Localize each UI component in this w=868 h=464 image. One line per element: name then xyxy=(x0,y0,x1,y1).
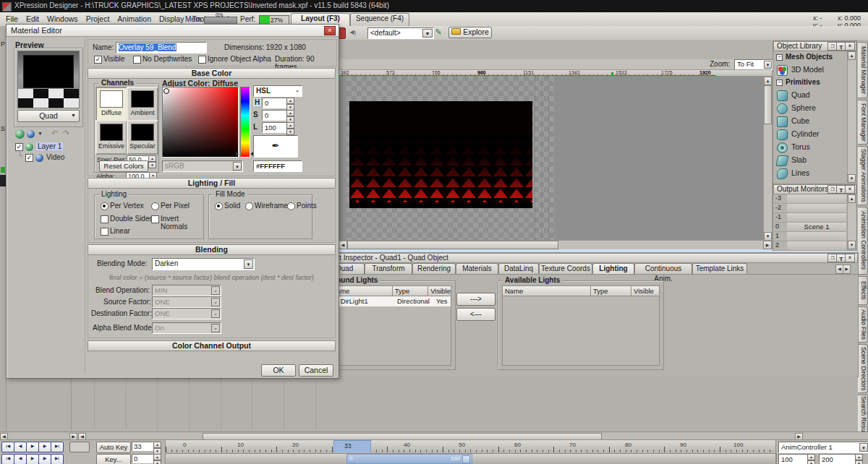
anim-controller-dropdown[interactable]: AnimController 1 ▼ xyxy=(778,442,868,453)
chevron-down-icon[interactable]: ▼ xyxy=(859,443,868,452)
object-inspector-titlebar[interactable]: Object Inspector - Quad1 - Quad Object ❒… xyxy=(317,253,858,263)
tab-font-manager[interactable]: Font Manager xyxy=(858,100,868,145)
key-spinner-buttons[interactable]: ▴▾ xyxy=(153,454,161,464)
color-model-dropdown[interactable]: HSL ⌄ xyxy=(253,85,302,97)
key-button[interactable]: Key... xyxy=(96,454,131,464)
menu-display[interactable]: Display xyxy=(159,14,184,23)
hex-input[interactable]: #FFFFFF xyxy=(253,160,302,172)
tab-sequence[interactable]: Sequence (F4) xyxy=(350,13,409,26)
loop-in-spinner-buttons[interactable]: ▴▾ xyxy=(807,454,815,464)
spinner-up-icon[interactable]: ▴ xyxy=(807,454,815,460)
go-end-button[interactable]: ▶| xyxy=(51,454,64,464)
h-spinner[interactable]: 0 xyxy=(262,98,288,108)
loop-in-spinner[interactable]: 100 xyxy=(778,454,809,464)
step-forward-button[interactable]: ▶ xyxy=(38,442,51,452)
blending-mode-dropdown[interactable]: Darken ▼ xyxy=(152,258,255,270)
layer-row[interactable]: └ ✓ Video xyxy=(14,152,82,163)
eyedropper-icon[interactable]: ✒ xyxy=(272,140,280,151)
chevron-down-icon[interactable]: ▼ xyxy=(244,259,253,269)
spinner-down-icon[interactable]: ▾ xyxy=(153,460,161,464)
go-start-button[interactable]: |◀ xyxy=(1,442,14,452)
output-monitors-titlebar[interactable]: Output Monitors ❒ ┰ × xyxy=(773,184,856,194)
left-collapsed-tab-s[interactable]: S xyxy=(1,125,5,132)
alpha-blend-mode-dropdown[interactable]: On ▾ xyxy=(152,322,221,334)
hue-strip[interactable] xyxy=(240,87,250,158)
menu-edit[interactable]: Edit xyxy=(26,14,39,23)
step-back-button[interactable]: ◀ xyxy=(14,454,27,464)
chevron-down-icon[interactable]: ⌄ xyxy=(295,86,299,94)
spinner-up-icon[interactable]: ▴ xyxy=(148,155,156,162)
library-scrollbar[interactable]: ▲ ▼ xyxy=(847,51,856,183)
close-icon[interactable]: × xyxy=(845,42,855,51)
viewport-canvas[interactable] xyxy=(338,76,763,240)
reset-colors-button[interactable]: Reset Colors xyxy=(99,160,148,172)
spinner-up-icon[interactable]: ▴ xyxy=(153,454,161,460)
monitors-scrollbar[interactable]: ▲ ▼ xyxy=(847,194,856,249)
auto-key-button[interactable]: Auto Key xyxy=(96,442,131,453)
timeline-range-track[interactable]: 0 100 xyxy=(165,453,777,464)
menu-file[interactable]: File xyxy=(6,14,18,23)
scroll-up-icon[interactable]: ▲ xyxy=(764,77,772,85)
spec-pwr-spin-buttons[interactable]: ▴▾ xyxy=(148,155,156,168)
library-group-primitives[interactable]: − Primitives xyxy=(774,77,846,89)
loop-button[interactable] xyxy=(69,442,90,452)
name-input[interactable]: Overlay 59_Blend xyxy=(116,42,207,53)
monitor-row[interactable]: -2 xyxy=(774,204,846,213)
s-spin-buttons[interactable]: ▴▾ xyxy=(286,110,294,123)
l-spinner[interactable]: 100 xyxy=(262,122,288,133)
monitor-row[interactable]: -3 xyxy=(774,194,846,204)
tab-material-manager[interactable]: Material Manager xyxy=(858,42,868,98)
undo-icon[interactable]: ↶ xyxy=(51,129,58,138)
viewport-hscrollbar[interactable]: ◀ ▶ xyxy=(338,240,773,250)
object-library-titlebar[interactable]: Object Library ❒ ┰ × xyxy=(773,41,856,51)
scroll-down-icon[interactable]: ▼ xyxy=(848,174,856,183)
viewport-vscrollbar[interactable]: ▲ ▼ xyxy=(763,76,773,241)
library-item-quad[interactable]: Quad xyxy=(774,89,846,102)
tab-effects[interactable]: Effects xyxy=(858,276,868,305)
column-header-name[interactable]: Name xyxy=(503,286,591,296)
spinner-down-icon[interactable]: ▾ xyxy=(807,460,815,464)
ok-button[interactable]: OK xyxy=(261,364,296,377)
blend-operation-dropdown[interactable]: MIN ▾ xyxy=(152,285,221,296)
library-item-slab[interactable]: Slab xyxy=(774,154,846,167)
menu-animation[interactable]: Animation xyxy=(117,14,151,23)
spinner-up-icon[interactable]: ▴ xyxy=(855,454,863,460)
edit-preset-button[interactable]: ✎ xyxy=(433,27,444,38)
monitor-row[interactable]: -1 xyxy=(774,213,846,223)
scroll-up-icon[interactable]: ▲ xyxy=(848,194,856,203)
chevron-down-icon[interactable]: ▼ xyxy=(38,131,43,136)
library-item-torus[interactable]: Torus xyxy=(774,141,846,154)
go-start-button[interactable]: |◀ xyxy=(1,454,14,464)
tab-rendering[interactable]: Rendering xyxy=(412,263,456,274)
timeline-ruler[interactable]: 33 0 10 20 40 50 60 70 80 90 100 xyxy=(165,440,776,452)
chevron-down-icon[interactable]: ▼ xyxy=(233,162,242,171)
explore-button[interactable]: Explore xyxy=(448,27,492,38)
emissive-channel-tile[interactable]: Emissive xyxy=(95,120,127,155)
library-item-cylinder[interactable]: Cylinder xyxy=(774,128,846,141)
s-spinner[interactable]: 0 xyxy=(262,110,288,121)
specular-channel-tile[interactable]: Specular xyxy=(127,120,158,155)
add-shader-icon[interactable] xyxy=(27,130,35,138)
tab-animation-controllers[interactable]: Animation Controllers xyxy=(858,207,868,275)
viewport-zoom-dropdown[interactable]: To Fit ▼ xyxy=(734,59,773,70)
spinner-down-icon[interactable]: ▾ xyxy=(148,162,156,168)
column-header-type[interactable]: Type xyxy=(591,286,631,296)
monitor-row[interactable]: 1 xyxy=(774,232,846,241)
ignore-object-alpha-checkbox[interactable] xyxy=(198,56,206,64)
sublayer-visible-checkbox[interactable]: ✓ xyxy=(25,154,33,162)
library-item-sphere[interactable]: Sphere xyxy=(774,102,846,115)
layer-row[interactable]: ✓ Layer 1 xyxy=(14,142,82,152)
monitor-row[interactable]: 0 Scene 1 xyxy=(774,223,846,232)
destination-factor-dropdown[interactable]: ONE ▾ xyxy=(152,308,221,319)
spinner-down-icon[interactable]: ▾ xyxy=(855,460,863,464)
library-item-3d-model[interactable]: 3D Model xyxy=(774,64,846,77)
play-button[interactable]: ▶ xyxy=(26,454,39,464)
cancel-button[interactable]: Cancel xyxy=(299,364,333,377)
tab-scene-directors[interactable]: Scene Directors xyxy=(858,344,868,393)
loop-out-spinner-buttons[interactable]: ▴▾ xyxy=(855,454,863,464)
tab-materials[interactable]: Materials xyxy=(456,263,498,274)
scroll-right-icon[interactable]: ▶ xyxy=(763,241,772,249)
library-item-lines[interactable]: Lines xyxy=(774,167,846,180)
spinner-down-icon[interactable]: ▾ xyxy=(286,129,294,135)
linear-checkbox[interactable] xyxy=(101,228,109,236)
